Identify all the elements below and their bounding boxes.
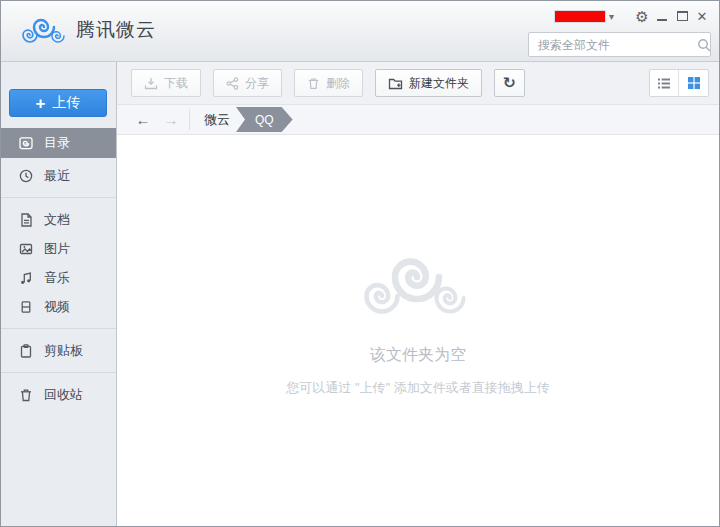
sidebar-item-documents[interactable]: 文档 [1, 205, 116, 234]
folder-content: 该文件夹为空 您可以通过 "上传" 添加文件或者直接拖拽上传 [117, 135, 719, 526]
plus-icon: + [36, 95, 46, 112]
upload-button[interactable]: + 上传 [9, 89, 107, 117]
titlebar: 腾讯微云 ▾ ⚙ ✕ [1, 1, 719, 62]
minimize-icon [657, 19, 667, 21]
back-arrow-icon: ← [136, 111, 151, 128]
sidebar-item-label: 目录 [44, 134, 70, 152]
trash-icon [18, 387, 34, 403]
toolbar: 下载 分享 [117, 62, 719, 105]
clipboard-icon [18, 343, 34, 359]
gear-icon: ⚙ [635, 9, 648, 24]
search-input[interactable] [529, 38, 697, 52]
sidebar-item-directory[interactable]: 目录 [1, 128, 116, 158]
breadcrumb-item-weiyun[interactable]: 微云 [196, 105, 236, 134]
download-icon [144, 77, 158, 90]
app-title: 腾讯微云 [76, 17, 156, 43]
new-folder-icon [388, 77, 403, 90]
breadcrumb-bar: ← → 微云 QQ [117, 105, 719, 135]
refresh-icon: ↻ [503, 74, 516, 92]
sidebar-item-label: 最近 [44, 167, 70, 185]
delete-button-label: 删除 [326, 75, 350, 92]
upload-button-label: 上传 [52, 94, 80, 112]
new-folder-button-label: 新建文件夹 [409, 75, 469, 92]
sidebar-item-label: 图片 [44, 240, 70, 258]
trash-icon [307, 77, 320, 90]
sidebar-group-categories: 文档 图片 [1, 197, 116, 328]
empty-cloud-icon [357, 247, 479, 327]
sidebar-item-pictures[interactable]: 图片 [1, 234, 116, 263]
breadcrumb-item-qq[interactable]: QQ [236, 107, 293, 132]
account-caret-down-icon[interactable]: ▾ [609, 11, 614, 22]
download-button[interactable]: 下载 [131, 69, 201, 97]
clock-icon [18, 168, 34, 184]
sidebar-item-label: 文档 [44, 211, 70, 229]
picture-icon [18, 241, 34, 257]
delete-button[interactable]: 删除 [294, 69, 363, 97]
weiyun-cloud-logo-icon [21, 14, 67, 46]
search-box [528, 32, 711, 57]
sidebar-item-clipboard[interactable]: 剪贴板 [1, 336, 116, 365]
new-folder-button[interactable]: 新建文件夹 [375, 69, 482, 97]
sidebar-group-main: 目录 最近 [1, 134, 116, 197]
close-button[interactable]: ✕ [693, 7, 711, 25]
video-icon [18, 299, 34, 315]
back-button[interactable]: ← [129, 105, 157, 134]
sidebar: + 上传 目录 [1, 62, 117, 526]
search-icon[interactable] [697, 38, 711, 52]
document-icon [18, 212, 34, 228]
sidebar-item-label: 视频 [44, 298, 70, 316]
forward-arrow-icon: → [164, 111, 179, 128]
forward-button[interactable]: → [157, 105, 185, 134]
empty-state: 该文件夹为空 您可以通过 "上传" 添加文件或者直接拖拽上传 [117, 135, 719, 397]
grid-view-button[interactable] [679, 70, 708, 96]
share-icon [226, 77, 239, 90]
sidebar-item-videos[interactable]: 视频 [1, 292, 116, 321]
share-button[interactable]: 分享 [213, 69, 282, 97]
music-note-icon [18, 270, 34, 286]
breadcrumb: 微云 QQ [196, 105, 293, 134]
share-button-label: 分享 [245, 75, 269, 92]
sidebar-item-label: 音乐 [44, 269, 70, 287]
app-logo: 腾讯微云 [21, 14, 156, 46]
refresh-button[interactable]: ↻ [494, 69, 525, 97]
download-button-label: 下载 [164, 75, 188, 92]
empty-state-subtitle: 您可以通过 "上传" 添加文件或者直接拖拽上传 [117, 379, 719, 397]
empty-state-title: 该文件夹为空 [117, 345, 719, 366]
maximize-button[interactable] [673, 7, 691, 25]
sidebar-item-recycle-bin[interactable]: 回收站 [1, 380, 116, 409]
main-panel: 下载 分享 [117, 62, 719, 526]
sidebar-group-trash: 回收站 [1, 372, 116, 416]
settings-button[interactable]: ⚙ [633, 7, 651, 25]
close-icon: ✕ [697, 9, 708, 24]
divider [189, 109, 190, 130]
minimize-button[interactable] [653, 7, 671, 25]
maximize-icon [677, 11, 688, 21]
app-body: + 上传 目录 [1, 62, 719, 526]
directory-icon [18, 135, 34, 151]
sidebar-group-clipboard: 剪贴板 [1, 328, 116, 372]
grid-view-icon [687, 76, 701, 90]
sidebar-item-recent[interactable]: 最近 [1, 161, 116, 190]
view-toggle [649, 69, 709, 97]
account-name-redacted[interactable] [554, 10, 606, 23]
window-controls: ▾ ⚙ ✕ [554, 7, 711, 25]
app-window: 腾讯微云 ▾ ⚙ ✕ + 上传 [0, 0, 720, 527]
sidebar-item-music[interactable]: 音乐 [1, 263, 116, 292]
sidebar-item-label: 剪贴板 [44, 342, 83, 360]
list-view-button[interactable] [650, 70, 679, 96]
list-view-icon [657, 77, 671, 90]
sidebar-item-label: 回收站 [44, 386, 83, 404]
